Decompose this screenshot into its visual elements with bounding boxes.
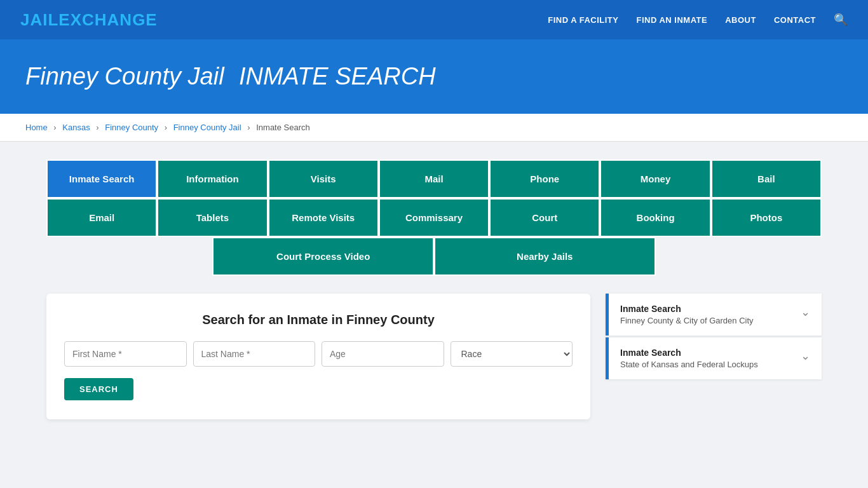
sidebar-card-finney-text: Inmate Search Finney County & City of Ga… (620, 304, 754, 325)
page-title-main: Finney County Jail (25, 63, 224, 90)
information-button[interactable]: Information (157, 159, 268, 198)
email-button[interactable]: Email (46, 198, 157, 237)
page-title-italic: INMATE SEARCH (239, 63, 436, 90)
phone-button[interactable]: Phone (489, 159, 600, 198)
search-panel-title: Search for an Inmate in Finney County (64, 313, 573, 327)
remote-visits-button[interactable]: Remote Visits (268, 198, 379, 237)
visits-button[interactable]: Visits (268, 159, 379, 198)
search-form: Race White Black Hispanic Asian Native A… (64, 341, 573, 367)
race-select[interactable]: Race White Black Hispanic Asian Native A… (451, 341, 573, 367)
logo-jail: JAIL (20, 10, 58, 29)
booking-button[interactable]: Booking (600, 198, 710, 237)
breadcrumb-sep-2: › (96, 123, 98, 132)
breadcrumb-current: Inmate Search (256, 123, 310, 132)
money-button[interactable]: Money (600, 159, 710, 198)
nearby-jails-button[interactable]: Nearby Jails (434, 237, 656, 276)
breadcrumb: Home › Kansas › Finney County › Finney C… (0, 114, 868, 142)
bail-button[interactable]: Bail (711, 159, 822, 198)
commissary-button[interactable]: Commissary (379, 198, 489, 237)
btn-row-3: Court Process Video Nearby Jails (46, 237, 822, 276)
last-name-input[interactable] (193, 341, 316, 367)
court-process-video-button[interactable]: Court Process Video (212, 237, 434, 276)
breadcrumb-kansas[interactable]: Kansas (62, 123, 90, 132)
age-input[interactable] (322, 341, 444, 367)
nav-find-inmate[interactable]: FIND AN INMATE (636, 15, 707, 25)
breadcrumb-finney-jail[interactable]: Finney County Jail (173, 123, 241, 132)
logo-exchange: EXCHANGE (58, 10, 157, 29)
sidebar-card-kansas-heading: Inmate Search (620, 348, 758, 358)
site-logo[interactable]: JAILEXCHANGE (20, 10, 158, 30)
sidebar-card-kansas[interactable]: Inmate Search State of Kansas and Federa… (606, 337, 822, 379)
hero-section: Finney County Jail INMATE SEARCH (0, 41, 868, 114)
category-button-grid: Inmate Search Information Visits Mail Ph… (46, 159, 822, 276)
btn-row-2: Email Tablets Remote Visits Commissary C… (46, 198, 822, 237)
sidebar-card-kansas-subtext: State of Kansas and Federal Lockups (620, 360, 758, 369)
chevron-down-icon: ⌄ (801, 305, 810, 319)
page-title: Finney County Jail INMATE SEARCH (25, 60, 843, 91)
breadcrumb-home[interactable]: Home (25, 123, 48, 132)
sidebar-card-finney-subtext: Finney County & City of Garden City (620, 316, 754, 325)
inmate-search-button[interactable]: Inmate Search (46, 159, 157, 198)
navigation: JAILEXCHANGE FIND A FACILITY FIND AN INM… (0, 0, 868, 41)
mail-button[interactable]: Mail (379, 159, 489, 198)
sidebar-card-finney[interactable]: Inmate Search Finney County & City of Ga… (606, 294, 822, 336)
sidebar-card-finney-heading: Inmate Search (620, 304, 754, 314)
content-row: Search for an Inmate in Finney County Ra… (46, 294, 822, 419)
breadcrumb-sep-3: › (165, 123, 167, 132)
photos-button[interactable]: Photos (711, 198, 822, 237)
inmate-search-panel: Search for an Inmate in Finney County Ra… (46, 294, 590, 419)
btn-row-1: Inmate Search Information Visits Mail Ph… (46, 159, 822, 198)
search-icon[interactable]: 🔍 (834, 13, 848, 27)
breadcrumb-finney-county[interactable]: Finney County (105, 123, 158, 132)
sidebar: Inmate Search Finney County & City of Ga… (606, 294, 822, 379)
nav-about[interactable]: ABOUT (725, 15, 756, 25)
nav-links: FIND A FACILITY FIND AN INMATE ABOUT CON… (548, 13, 848, 27)
breadcrumb-sep-4: › (247, 123, 250, 132)
nav-find-facility[interactable]: FIND A FACILITY (548, 15, 618, 25)
nav-contact[interactable]: CONTACT (774, 15, 816, 25)
sidebar-card-kansas-text: Inmate Search State of Kansas and Federa… (620, 348, 758, 369)
tablets-button[interactable]: Tablets (157, 198, 268, 237)
search-button[interactable]: SEARCH (64, 378, 133, 400)
breadcrumb-sep-1: › (53, 123, 56, 132)
first-name-input[interactable] (64, 341, 187, 367)
court-button[interactable]: Court (489, 198, 600, 237)
main-content: Inmate Search Information Visits Mail Ph… (21, 142, 847, 437)
chevron-down-icon-2: ⌄ (801, 349, 810, 363)
